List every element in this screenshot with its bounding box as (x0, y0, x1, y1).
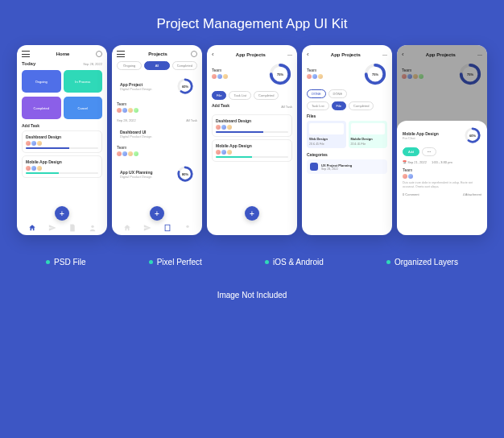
fab-add[interactable]: + (55, 206, 69, 221)
task-card[interactable]: Dashboard Design (22, 130, 102, 153)
tab-completed[interactable]: Completed (172, 61, 197, 70)
project-row[interactable]: Dashboard UIDigital Product Design (117, 126, 197, 142)
svg-rect-5 (165, 225, 170, 231)
pill-tasklist[interactable]: Task List (229, 91, 251, 100)
phone-mockups: Home Today Sep 28, 2022 Ongoing In Proce… (14, 45, 490, 235)
more-button[interactable]: ⋯ (422, 147, 436, 156)
menu-icon[interactable] (22, 51, 30, 57)
back-icon[interactable]: ‹ (212, 51, 214, 58)
page-title: Project Management App UI Kit (14, 16, 490, 32)
nav-doc-icon[interactable] (68, 224, 76, 232)
svg-point-0 (91, 225, 93, 228)
features-row: PSD File Pixel Perfect iOS & Android Org… (14, 258, 490, 267)
category-row[interactable]: UX Project PlanningSep 28, 2022 (307, 159, 387, 174)
screen-sheet: ‹ App Projects ⋯ Team 75% Mobile App Des… (397, 45, 487, 235)
fab-add[interactable]: + (245, 206, 259, 221)
more-icon[interactable] (191, 51, 197, 57)
more-icon[interactable]: ⋯ (382, 52, 387, 57)
screen-files: ‹ App Projects ⋯ Team 75% DONE DONE Task… (302, 45, 392, 235)
file-card[interactable]: Web Design20 & 45 File (307, 121, 346, 148)
task-card[interactable]: Mobile App Design (212, 139, 292, 162)
svg-point-6 (186, 225, 188, 228)
screen-app-projects: ‹ App Projects ⋯ Team 75% File Task List… (207, 45, 297, 235)
task-card[interactable]: Dashboard Design (212, 114, 292, 137)
file-card[interactable]: Mobile Design20 & 45 File (349, 121, 388, 148)
pill-completed[interactable]: Completed (254, 91, 279, 100)
status-card-completed[interactable]: Completed (22, 97, 61, 119)
menu-icon[interactable] (117, 51, 125, 57)
footer-note: Image Not Included (14, 291, 490, 300)
add-button[interactable]: Add (403, 147, 419, 156)
folder-icon (310, 163, 318, 171)
back-icon[interactable]: ‹ (307, 51, 309, 58)
tab-ongoing[interactable]: Ongoing (117, 61, 142, 70)
bottom-nav (22, 224, 102, 232)
nav-send-icon[interactable] (48, 224, 56, 232)
done-badge: DONE (307, 89, 326, 98)
status-card-cancel[interactable]: Cancel (64, 97, 103, 119)
screen-projects: Projects Ongoing All Completed App Proje… (112, 45, 202, 235)
profile-icon[interactable] (96, 51, 102, 57)
nav-user-icon[interactable] (89, 224, 97, 232)
fab-add[interactable]: + (150, 206, 164, 221)
date-text: Sep 28, 2022 (83, 62, 102, 66)
status-card-inprocess[interactable]: In Process (64, 70, 103, 93)
status-card-ongoing[interactable]: Ongoing (22, 70, 61, 93)
header-title: Home (56, 52, 70, 56)
project-row[interactable]: App UX PlanningDigital Product Design 80… (117, 162, 197, 186)
subtitle: Today (22, 61, 35, 66)
project-row[interactable]: App ProjectDigital Product Design 60% (117, 74, 197, 98)
pill-file[interactable]: File (212, 91, 226, 100)
screen-home: Home Today Sep 28, 2022 Ongoing In Proce… (17, 45, 107, 235)
add-task-label: Add Task (22, 123, 102, 128)
tab-all[interactable]: All (144, 61, 169, 70)
nav-home-icon[interactable] (28, 224, 36, 232)
task-card[interactable]: Mobile App Design (22, 155, 102, 178)
more-icon[interactable]: ⋯ (287, 52, 292, 57)
bottom-sheet: Mobile App DesignFor Chat 60% Add ⋯ 📅 Se… (397, 121, 487, 235)
